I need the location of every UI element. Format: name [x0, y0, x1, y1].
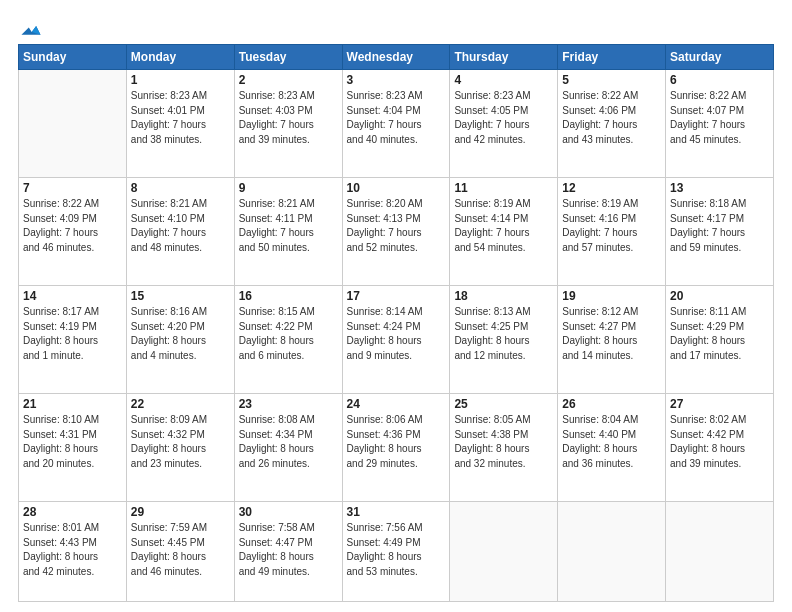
calendar: SundayMondayTuesdayWednesdayThursdayFrid…: [18, 44, 774, 602]
calendar-cell: [558, 502, 666, 602]
page: SundayMondayTuesdayWednesdayThursdayFrid…: [0, 0, 792, 612]
cell-line: and 43 minutes.: [562, 133, 661, 148]
cell-content: Sunrise: 8:21 AMSunset: 4:10 PMDaylight:…: [131, 197, 230, 255]
cell-line: Daylight: 7 hours: [347, 118, 446, 133]
calendar-header-sunday: Sunday: [19, 45, 127, 70]
calendar-header-saturday: Saturday: [666, 45, 774, 70]
day-number: 14: [23, 289, 122, 303]
cell-line: Sunrise: 8:17 AM: [23, 305, 122, 320]
day-number: 24: [347, 397, 446, 411]
cell-line: and 14 minutes.: [562, 349, 661, 364]
cell-content: Sunrise: 7:59 AMSunset: 4:45 PMDaylight:…: [131, 521, 230, 579]
cell-line: Sunset: 4:14 PM: [454, 212, 553, 227]
cell-line: Daylight: 7 hours: [454, 226, 553, 241]
cell-line: and 45 minutes.: [670, 133, 769, 148]
cell-line: Sunset: 4:36 PM: [347, 428, 446, 443]
cell-line: Sunrise: 8:14 AM: [347, 305, 446, 320]
calendar-cell: 17Sunrise: 8:14 AMSunset: 4:24 PMDayligh…: [342, 286, 450, 394]
cell-line: Daylight: 7 hours: [239, 118, 338, 133]
cell-line: Daylight: 8 hours: [347, 550, 446, 565]
cell-line: Sunset: 4:07 PM: [670, 104, 769, 119]
day-number: 5: [562, 73, 661, 87]
cell-line: Sunrise: 8:09 AM: [131, 413, 230, 428]
day-number: 7: [23, 181, 122, 195]
day-number: 28: [23, 505, 122, 519]
cell-line: Daylight: 7 hours: [23, 226, 122, 241]
calendar-cell: 26Sunrise: 8:04 AMSunset: 4:40 PMDayligh…: [558, 394, 666, 502]
cell-line: Daylight: 7 hours: [131, 118, 230, 133]
cell-line: Daylight: 8 hours: [131, 334, 230, 349]
calendar-cell: 25Sunrise: 8:05 AMSunset: 4:38 PMDayligh…: [450, 394, 558, 502]
cell-content: Sunrise: 8:16 AMSunset: 4:20 PMDaylight:…: [131, 305, 230, 363]
cell-line: Sunrise: 8:21 AM: [239, 197, 338, 212]
logo-icon: [20, 18, 42, 40]
cell-content: Sunrise: 8:05 AMSunset: 4:38 PMDaylight:…: [454, 413, 553, 471]
cell-content: Sunrise: 8:22 AMSunset: 4:09 PMDaylight:…: [23, 197, 122, 255]
cell-line: Daylight: 8 hours: [670, 334, 769, 349]
cell-content: Sunrise: 8:22 AMSunset: 4:07 PMDaylight:…: [670, 89, 769, 147]
cell-line: Sunset: 4:22 PM: [239, 320, 338, 335]
cell-line: Sunset: 4:43 PM: [23, 536, 122, 551]
cell-line: and 12 minutes.: [454, 349, 553, 364]
day-number: 26: [562, 397, 661, 411]
day-number: 4: [454, 73, 553, 87]
cell-line: Sunset: 4:45 PM: [131, 536, 230, 551]
cell-line: and 54 minutes.: [454, 241, 553, 256]
calendar-cell: [450, 502, 558, 602]
cell-line: and 17 minutes.: [670, 349, 769, 364]
cell-content: Sunrise: 8:02 AMSunset: 4:42 PMDaylight:…: [670, 413, 769, 471]
cell-line: Sunset: 4:09 PM: [23, 212, 122, 227]
day-number: 6: [670, 73, 769, 87]
cell-content: Sunrise: 8:04 AMSunset: 4:40 PMDaylight:…: [562, 413, 661, 471]
cell-line: Sunrise: 8:06 AM: [347, 413, 446, 428]
calendar-cell: 16Sunrise: 8:15 AMSunset: 4:22 PMDayligh…: [234, 286, 342, 394]
logo: [18, 18, 42, 36]
cell-content: Sunrise: 8:23 AMSunset: 4:03 PMDaylight:…: [239, 89, 338, 147]
cell-line: Sunrise: 8:11 AM: [670, 305, 769, 320]
calendar-cell: 27Sunrise: 8:02 AMSunset: 4:42 PMDayligh…: [666, 394, 774, 502]
cell-line: and 36 minutes.: [562, 457, 661, 472]
cell-line: Sunrise: 8:23 AM: [454, 89, 553, 104]
calendar-cell: 5Sunrise: 8:22 AMSunset: 4:06 PMDaylight…: [558, 70, 666, 178]
day-number: 3: [347, 73, 446, 87]
day-number: 21: [23, 397, 122, 411]
cell-content: Sunrise: 8:23 AMSunset: 4:01 PMDaylight:…: [131, 89, 230, 147]
cell-content: Sunrise: 7:58 AMSunset: 4:47 PMDaylight:…: [239, 521, 338, 579]
cell-line: Sunset: 4:29 PM: [670, 320, 769, 335]
cell-content: Sunrise: 8:10 AMSunset: 4:31 PMDaylight:…: [23, 413, 122, 471]
calendar-header-wednesday: Wednesday: [342, 45, 450, 70]
cell-line: Sunrise: 7:59 AM: [131, 521, 230, 536]
cell-content: Sunrise: 8:18 AMSunset: 4:17 PMDaylight:…: [670, 197, 769, 255]
cell-content: Sunrise: 8:11 AMSunset: 4:29 PMDaylight:…: [670, 305, 769, 363]
cell-line: Sunset: 4:38 PM: [454, 428, 553, 443]
day-number: 13: [670, 181, 769, 195]
day-number: 9: [239, 181, 338, 195]
cell-line: Sunset: 4:34 PM: [239, 428, 338, 443]
cell-line: Sunset: 4:13 PM: [347, 212, 446, 227]
cell-line: Daylight: 8 hours: [454, 334, 553, 349]
cell-line: and 42 minutes.: [454, 133, 553, 148]
cell-line: Sunset: 4:04 PM: [347, 104, 446, 119]
cell-line: Sunrise: 8:23 AM: [131, 89, 230, 104]
cell-content: Sunrise: 8:19 AMSunset: 4:16 PMDaylight:…: [562, 197, 661, 255]
cell-line: and 39 minutes.: [239, 133, 338, 148]
cell-line: and 20 minutes.: [23, 457, 122, 472]
cell-line: Sunrise: 8:15 AM: [239, 305, 338, 320]
day-number: 10: [347, 181, 446, 195]
calendar-cell: 10Sunrise: 8:20 AMSunset: 4:13 PMDayligh…: [342, 178, 450, 286]
calendar-cell: 4Sunrise: 8:23 AMSunset: 4:05 PMDaylight…: [450, 70, 558, 178]
calendar-cell: 20Sunrise: 8:11 AMSunset: 4:29 PMDayligh…: [666, 286, 774, 394]
day-number: 8: [131, 181, 230, 195]
cell-line: Sunrise: 8:02 AM: [670, 413, 769, 428]
cell-line: Sunrise: 8:18 AM: [670, 197, 769, 212]
cell-line: Sunrise: 8:22 AM: [670, 89, 769, 104]
calendar-header-row: SundayMondayTuesdayWednesdayThursdayFrid…: [19, 45, 774, 70]
day-number: 12: [562, 181, 661, 195]
calendar-cell: 19Sunrise: 8:12 AMSunset: 4:27 PMDayligh…: [558, 286, 666, 394]
cell-line: and 57 minutes.: [562, 241, 661, 256]
cell-content: Sunrise: 8:13 AMSunset: 4:25 PMDaylight:…: [454, 305, 553, 363]
cell-line: Sunrise: 8:22 AM: [23, 197, 122, 212]
calendar-cell: 1Sunrise: 8:23 AMSunset: 4:01 PMDaylight…: [126, 70, 234, 178]
day-number: 20: [670, 289, 769, 303]
calendar-cell: [19, 70, 127, 178]
